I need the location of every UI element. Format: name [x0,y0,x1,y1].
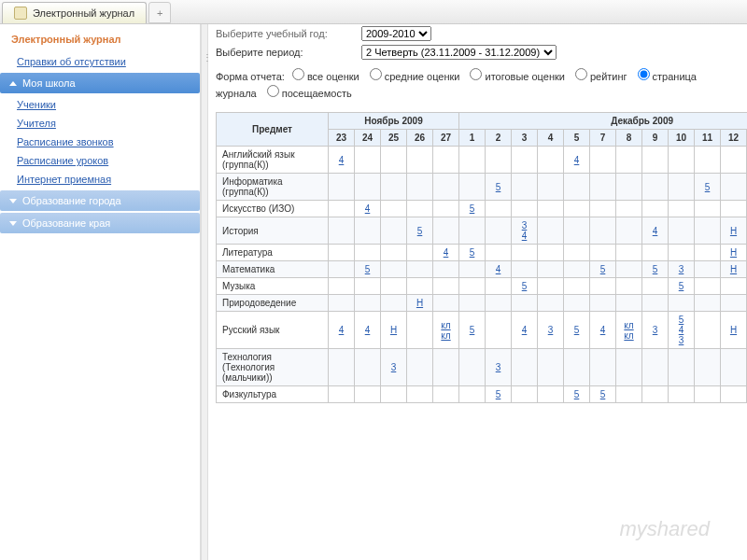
active-tab[interactable]: Электронный журнал [2,2,147,23]
grade-link[interactable]: 5 [672,315,690,325]
grade-link[interactable]: кл [620,330,638,341]
report-option[interactable]: все оценки [288,71,359,82]
grade-link[interactable]: 4 [646,226,664,236]
grade-link[interactable]: 5 [594,389,612,399]
year-select[interactable]: 2009-2010 [361,26,431,41]
grade-cell [433,217,459,245]
table-row: Информатика (группа(К))55 [217,174,748,201]
grade-cell [564,278,590,295]
grade-link[interactable]: 5 [463,247,481,258]
grade-link[interactable]: 5 [568,389,585,399]
sidebar-item[interactable]: Расписание звонков [0,133,200,151]
grade-link[interactable]: 5 [489,182,507,192]
report-option[interactable]: средние оценки [365,71,460,82]
grade-link[interactable]: кл [437,330,455,341]
sidebar-link[interactable]: Справки об отсутствии [0,52,200,71]
grade-link[interactable]: 4 [515,325,533,335]
grade-cell [486,217,512,245]
grade-link[interactable]: 4 [332,155,350,165]
grade-link[interactable]: 5 [672,281,690,291]
grade-cell [407,386,433,403]
sidebar-group-city[interactable]: Образование города [0,190,200,211]
grade-link[interactable]: 3 [515,220,533,231]
grade-cell [329,217,355,245]
grade-link[interactable]: 4 [332,325,350,335]
grade-cell [538,261,564,278]
report-option[interactable]: рейтинг [571,71,627,82]
grade-link[interactable]: Н [725,247,742,258]
grade-link[interactable]: Н [725,226,742,236]
grade-cell [564,201,590,217]
grade-link[interactable]: Н [411,298,429,308]
grade-cell [669,349,695,386]
grade-cell [721,147,747,174]
grade-link[interactable]: 5 [568,325,585,335]
sidebar-item[interactable]: Расписание уроков [0,151,200,170]
grade-link[interactable]: 3 [385,362,402,372]
grade-link[interactable]: 4 [594,325,612,335]
grade-cell: 3 [642,312,669,349]
grade-link[interactable]: 4 [359,325,376,335]
report-option[interactable]: посещаемость [262,88,352,99]
grade-cell [459,217,486,245]
sidebar-group-myschool[interactable]: Моя школа [0,73,200,93]
grade-link[interactable]: 3 [542,325,559,335]
grade-link[interactable]: 3 [672,264,690,274]
splitter-handle[interactable] [201,24,208,560]
grade-link[interactable]: Н [725,325,742,335]
grade-link[interactable]: кл [620,320,638,330]
day-header: 1 [459,130,486,147]
grade-cell: 5 [407,217,433,245]
grade-cell [459,349,486,386]
grade-cell [433,386,459,403]
grade-cell [642,201,669,217]
report-radio[interactable] [470,68,482,80]
grade-link[interactable]: 5 [411,226,429,236]
report-option[interactable]: итоговые оценки [465,71,564,82]
grade-link[interactable]: 5 [463,203,481,214]
day-header: 9 [642,130,669,147]
grade-link[interactable]: 4 [489,264,507,274]
grade-link[interactable]: Н [725,264,742,274]
grade-link[interactable]: кл [437,320,455,330]
day-header: 26 [407,130,433,147]
table-row: ПриродоведениеН [217,295,748,312]
grade-link[interactable]: 3 [672,335,690,345]
grade-link[interactable]: 4 [568,155,585,165]
sidebar-item[interactable]: Учителя [0,114,200,133]
grade-cell: 4 [355,312,381,349]
grade-link[interactable]: 5 [463,325,481,335]
grade-cell: 5 [355,261,381,278]
grade-cell [355,295,381,312]
grade-link[interactable]: 4 [359,203,376,214]
grade-link[interactable]: 3 [646,325,664,335]
report-radio[interactable] [575,68,587,80]
grade-cell [538,349,564,386]
sidebar-item[interactable]: Ученики [0,95,200,114]
report-radio[interactable] [267,85,279,97]
sidebar-group-region[interactable]: Образование края [0,213,200,233]
grade-link[interactable]: 5 [594,264,612,274]
grade-link[interactable]: Н [385,325,402,335]
report-radio[interactable] [638,68,650,80]
period-select[interactable]: 2 Четверть (23.11.2009 - 31.12.2009) [361,45,557,60]
grade-cell [564,217,590,245]
report-radio[interactable] [370,68,382,80]
grade-link[interactable]: 5 [698,182,716,192]
grade-link[interactable]: 5 [489,389,507,399]
grade-link[interactable]: 3 [489,362,507,372]
grade-link[interactable]: 5 [646,264,664,274]
grade-link[interactable]: 4 [672,325,690,335]
table-row: Литература45Н [217,245,748,261]
grade-cell [695,261,721,278]
grade-cell: 543 [669,312,695,349]
grade-link[interactable]: 5 [515,281,533,291]
grade-link[interactable]: 4 [437,247,455,258]
grade-link[interactable]: 5 [359,264,376,274]
grade-link[interactable]: 4 [515,231,533,241]
report-radio[interactable] [292,68,304,80]
grade-cell [381,261,407,278]
table-row: Технология (Технология (мальчики))33 [217,349,748,386]
new-tab-button[interactable]: + [148,2,171,23]
sidebar-item[interactable]: Интернет приемная [0,170,200,189]
